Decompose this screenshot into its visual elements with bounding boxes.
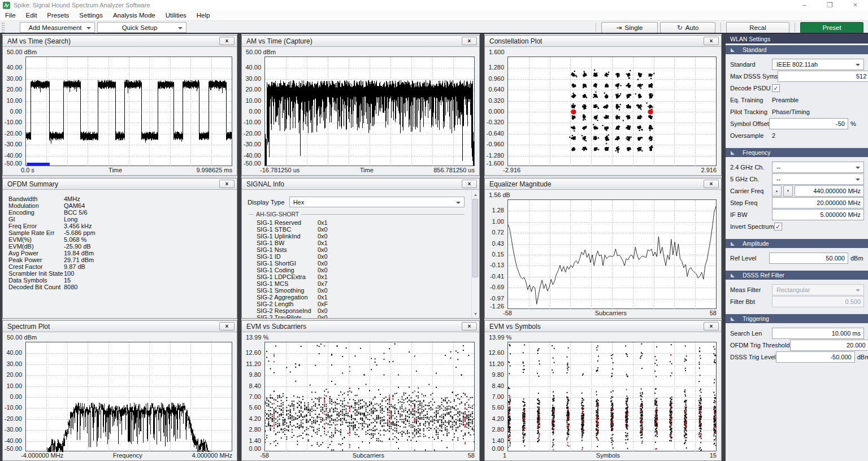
menu-item-analysis-mode[interactable]: Analysis Mode bbox=[108, 10, 160, 20]
setting-control: -- bbox=[772, 173, 864, 185]
sig-field-label: SIG-1 Nsts bbox=[257, 246, 318, 253]
y-tick-label: 0.00 bbox=[249, 108, 261, 115]
panel-close-button[interactable]: × bbox=[219, 180, 235, 188]
sig-field-row: SIG-2 Aggregation0x1 bbox=[257, 294, 465, 301]
panel-evm-symbols: EVM vs Symbols×13.99 %12.6011.209.808.40… bbox=[484, 320, 722, 461]
setting-input[interactable] bbox=[772, 209, 864, 220]
minimize-button[interactable]: – bbox=[792, 0, 817, 10]
section-header-frequency[interactable]: Frequency bbox=[726, 148, 868, 157]
evm-symbols-canvas[interactable] bbox=[508, 342, 716, 452]
menu-item-presets[interactable]: Presets bbox=[42, 10, 74, 20]
setting-input[interactable] bbox=[772, 328, 864, 339]
setting-input[interactable] bbox=[776, 351, 855, 363]
setting-input[interactable] bbox=[769, 118, 848, 129]
setting-input[interactable] bbox=[769, 253, 848, 264]
y-tick-label: -30.00 bbox=[5, 141, 22, 147]
recal-button[interactable]: Recal bbox=[726, 22, 789, 33]
summary-label: EVM(%) bbox=[8, 236, 64, 243]
vertical-scrollbar[interactable]: ▲▼ bbox=[471, 191, 479, 318]
setting-dropdown[interactable]: IEEE 802.11ah bbox=[772, 59, 864, 70]
setting-input[interactable] bbox=[790, 340, 868, 351]
panel-column-divider bbox=[237, 34, 241, 461]
menu-item-help[interactable]: Help bbox=[192, 10, 215, 20]
y-tick-label: -10.00 bbox=[5, 404, 22, 411]
panel-title: SIGNAL Info bbox=[246, 180, 284, 188]
am-search-canvas[interactable] bbox=[26, 57, 232, 167]
auto-button[interactable]: ↻ Auto bbox=[660, 22, 715, 33]
sig-field-label: SIG-1 BW bbox=[257, 240, 318, 246]
menu-item-utilities[interactable]: Utilities bbox=[160, 10, 192, 20]
single-button[interactable]: ⇥ Single bbox=[601, 22, 658, 33]
panel-close-button[interactable]: × bbox=[704, 37, 719, 45]
am-capture-canvas[interactable] bbox=[265, 57, 474, 167]
y-tick-label: 1.40 bbox=[249, 437, 261, 444]
panel-close-button[interactable]: × bbox=[462, 180, 477, 188]
section-header-standard[interactable]: Standard bbox=[726, 45, 868, 54]
setting-label: Ref Level bbox=[730, 255, 756, 262]
y-tick-label: 7.00 bbox=[249, 393, 261, 400]
y-tick-label: 11.20 bbox=[246, 360, 261, 367]
summary-label: Data Symbols bbox=[8, 277, 64, 284]
section-header-amplitude[interactable]: Amplitude bbox=[726, 239, 868, 248]
menu-item-file[interactable]: File bbox=[0, 10, 21, 20]
setting-input[interactable] bbox=[778, 71, 868, 82]
y-tick-label: -50.00 bbox=[5, 160, 22, 167]
display-type-row: Display TypeHex bbox=[248, 197, 465, 207]
panel-close-button[interactable]: × bbox=[704, 180, 719, 188]
panel-close-button[interactable]: × bbox=[219, 37, 235, 45]
chevron-down-icon bbox=[456, 202, 461, 204]
setting-dropdown[interactable]: Rectangular bbox=[772, 284, 864, 295]
preset-button[interactable]: Preset bbox=[800, 22, 863, 33]
sig-field-label: SIG-1 ShortGI bbox=[257, 260, 318, 267]
summary-value: 100 bbox=[64, 270, 74, 277]
summary-row: EVM(%)5.068 % bbox=[8, 236, 231, 243]
sig-field-value: 0x1 bbox=[318, 240, 328, 246]
summary-label: Scrambler Init State bbox=[8, 270, 64, 277]
evm-subcarriers-canvas[interactable] bbox=[265, 342, 474, 452]
constellation-canvas[interactable] bbox=[508, 57, 716, 167]
add-measurement-dropdown[interactable]: Add Measurement bbox=[20, 22, 95, 33]
restore-button[interactable]: ❐ bbox=[817, 0, 843, 10]
menu-item-settings[interactable]: Settings bbox=[74, 10, 108, 20]
sig-field-row: SIG-1 UplinkInd0x0 bbox=[257, 233, 465, 240]
setting-input[interactable] bbox=[772, 296, 864, 307]
quick-setup-dropdown[interactable]: Quick Setup bbox=[97, 22, 186, 33]
panel-close-button[interactable]: × bbox=[704, 322, 719, 330]
spin-down-button[interactable]: ▼ bbox=[783, 185, 793, 197]
setting-dropdown[interactable]: -- bbox=[772, 173, 864, 185]
panel-close-button[interactable]: × bbox=[462, 322, 477, 330]
menu-item-edit[interactable]: Edit bbox=[21, 10, 42, 20]
collapse-triangle-icon bbox=[731, 273, 735, 277]
scroll-up-arrow[interactable]: ▲ bbox=[472, 191, 479, 198]
panel-close-button[interactable]: × bbox=[219, 322, 235, 330]
panel-titlebar: AM vs Time (Search)× bbox=[3, 36, 237, 47]
spin-up-button[interactable]: ▲ bbox=[772, 185, 782, 197]
x-axis-left-label: -16.781250 us bbox=[260, 167, 300, 175]
toolbar-drag-handle[interactable] bbox=[2, 23, 5, 33]
display-type-dropdown[interactable]: Hex bbox=[289, 197, 465, 207]
close-window-button[interactable]: × bbox=[843, 0, 868, 10]
y-tick-label: 40.00 bbox=[245, 64, 261, 71]
setting-checkbox[interactable]: ✓ bbox=[772, 84, 780, 92]
setting-dropdown[interactable]: -- bbox=[772, 162, 864, 173]
y-axis-ticks: 40.0030.0020.0010.000.00-10.00-20.00-30.… bbox=[3, 56, 24, 166]
spectrum-canvas[interactable] bbox=[26, 342, 232, 452]
setting-checkbox[interactable]: ✓ bbox=[774, 223, 782, 230]
equalizer-canvas[interactable] bbox=[508, 200, 716, 310]
scrollbar-thumb[interactable] bbox=[472, 199, 478, 277]
panel-close-button[interactable]: × bbox=[462, 37, 477, 45]
setting-label: IF BW bbox=[730, 211, 748, 218]
section-title: Standard bbox=[743, 46, 767, 53]
y-axis-ticks: 40.0030.0020.0010.000.00-10.00-20.00-30.… bbox=[242, 56, 263, 166]
setting-input[interactable] bbox=[795, 185, 864, 197]
summary-label: Decoded Bit Count bbox=[8, 284, 64, 290]
x-axis-title: Symbols bbox=[506, 452, 710, 460]
section-header-dsss-ref-filter[interactable]: DSSS Ref Filter bbox=[726, 271, 868, 280]
setting-input[interactable] bbox=[772, 197, 864, 208]
y-axis-ticks: 12.6011.209.808.407.005.604.202.801.400.… bbox=[485, 342, 506, 451]
summary-value: 9.87 dB bbox=[64, 263, 85, 270]
scroll-down-arrow[interactable]: ▼ bbox=[472, 310, 479, 318]
section-header-triggering[interactable]: Triggering bbox=[726, 314, 868, 323]
x-axis-title: Subcarriers bbox=[512, 310, 710, 318]
setting-row-ofdm-trig-threshold: OFDM Trig ThresholddB bbox=[730, 339, 864, 351]
